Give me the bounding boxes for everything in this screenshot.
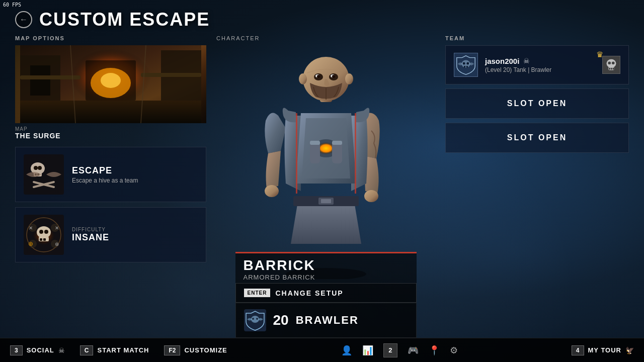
svg-point-25 [37,226,51,238]
map-label: MAP [15,126,206,132]
svg-rect-79 [611,68,612,70]
class-level: 20 [273,312,289,328]
nav-icon-controller[interactable]: 🎮 [408,345,419,356]
svg-rect-62 [355,113,356,194]
customize-key: F2 [164,345,180,355]
nav-icon-settings[interactable]: ⚙ [450,345,458,356]
svg-point-57 [317,75,320,78]
customize-button[interactable]: F2 CUSTOMIZE [164,345,227,355]
svg-text:⊕: ⊕ [28,240,33,247]
character-name: BARRICK [244,257,409,274]
svg-point-69 [463,62,465,65]
class-info: 20 BRAWLER [235,303,417,338]
player-name-1: jason200i [485,57,519,65]
map-preview[interactable] [15,45,206,123]
svg-rect-78 [609,68,610,70]
change-setup-label: CHANGE SETUP [275,289,343,297]
svg-point-66 [256,318,258,320]
svg-point-60 [345,73,353,84]
player-slot-2[interactable]: SLOT OPEN [445,88,629,119]
nav-icon-person[interactable]: 👤 [341,345,352,356]
nav-icon-location[interactable]: 📍 [429,345,440,356]
svg-point-65 [252,318,254,320]
character-subname: ARMORED BARRICK [244,274,409,281]
svg-point-74 [607,59,616,68]
svg-rect-71 [464,66,465,68]
slot-open-label-2: SLOT OPEN [454,99,620,108]
crown-icon: ♛ [596,50,603,59]
social-label: SOCIAL [27,346,54,354]
character-label: CHARACTER [216,35,260,41]
svg-rect-72 [466,66,468,68]
social-button[interactable]: 3 SOCIAL ☠ [10,345,65,355]
player-slot-1[interactable]: jason200i ☠ (Level 20) Tank | Brawler ♛ [445,45,629,84]
page-number: 2 [383,343,397,357]
social-key: 3 [10,345,23,355]
svg-point-10 [101,73,121,88]
mode-title: ESCAPE [72,165,198,176]
svg-text:✕: ✕ [29,225,33,231]
svg-point-17 [38,166,42,170]
svg-rect-2 [20,101,201,123]
start-match-button[interactable]: C START MATCH [80,345,149,355]
svg-text:✕: ✕ [55,225,59,231]
bottom-right-actions: 4 MY TOUR 🦅 [572,345,634,355]
svg-text:⊛: ⊛ [55,241,59,247]
svg-point-58 [332,75,335,78]
tour-label: MY TOUR [588,346,621,354]
fps-counter: 60 FPS [3,2,21,8]
back-button[interactable]: ← [15,11,32,28]
svg-point-70 [466,62,469,65]
difficulty-select[interactable]: ✕ ✕ ⊕ ⊛ DIFFICULTY INSANE [15,207,206,262]
change-setup-button[interactable]: ENTER CHANGE SETUP [235,283,417,303]
svg-point-59 [299,73,307,84]
team-label: TEAM [445,35,629,41]
svg-rect-29 [40,238,42,241]
svg-point-27 [39,230,43,234]
svg-rect-30 [43,238,46,241]
svg-point-76 [608,61,611,64]
player-skull-badge: ☠ [523,57,530,65]
my-tour-button[interactable]: 4 MY TOUR 🦅 [572,345,634,355]
character-visual [251,43,401,279]
svg-rect-4 [30,65,50,96]
svg-rect-80 [613,68,614,70]
difficulty-icon: ✕ ✕ ⊕ ⊛ [24,215,64,255]
difficulty-label: DIFFICULTY [72,227,198,232]
mode-select[interactable]: ESCAPE Escape a hive as a team [15,147,206,202]
svg-point-28 [44,230,48,234]
player-emblem-1 [454,53,478,77]
svg-rect-44 [321,199,331,203]
svg-point-16 [34,166,38,170]
player-avatar-1 [602,56,620,74]
difficulty-name: INSANE [72,232,198,243]
start-key: C [80,345,94,355]
player-details-1: (Level 20) Tank | Brawler [485,66,595,73]
svg-rect-61 [296,113,297,194]
svg-rect-50 [332,141,342,145]
page-title: CUSTOM ESCAPE [39,9,210,30]
player-slot-3[interactable]: SLOT OPEN [445,123,629,153]
class-emblem [244,309,266,331]
character-info-overlay: BARRICK ARMORED BARRICK ENTER CHANGE SET… [235,252,417,338]
svg-point-41 [364,190,378,202]
start-label: START MATCH [97,346,149,354]
svg-rect-49 [310,141,320,145]
svg-rect-6 [20,75,80,79]
tour-key: 4 [572,345,584,355]
mode-icon [24,154,64,195]
bottom-bar: 3 SOCIAL ☠ C START MATCH F2 CUSTOMIZE 👤 … [0,338,644,362]
map-name: THE SURGE [15,132,206,140]
enter-key-badge: ENTER [244,289,271,297]
mode-description: Escape a hive as a team [72,177,198,184]
svg-rect-7 [141,73,201,77]
slot-open-label-3: SLOT OPEN [454,133,620,142]
social-icon: ☠ [58,346,65,354]
class-name: BRAWLER [296,314,359,327]
map-options-label: MAP OPTIONS [15,35,206,41]
customize-label: CUSTOMIZE [184,346,227,354]
nav-icon-chart[interactable]: 📊 [362,345,373,356]
svg-point-40 [265,185,279,197]
svg-point-77 [612,61,615,64]
tour-icon: 🦅 [625,346,634,354]
